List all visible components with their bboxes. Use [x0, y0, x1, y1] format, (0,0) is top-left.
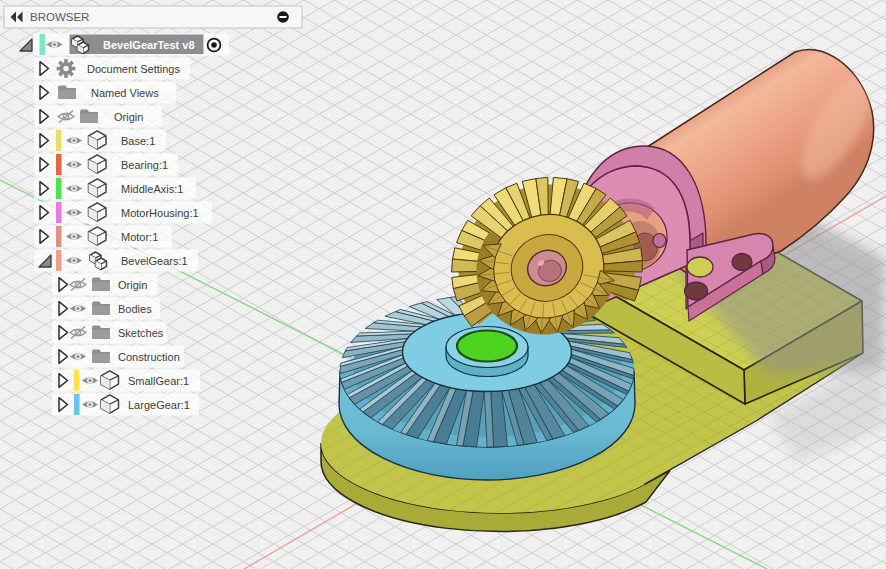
svg-text:Base:1: Base:1	[121, 135, 155, 147]
svg-text:BevelGears:1: BevelGears:1	[121, 255, 188, 267]
svg-text:LargeGear:1: LargeGear:1	[128, 399, 190, 411]
svg-text:Bodies: Bodies	[118, 303, 152, 315]
svg-text:MiddleAxis:1: MiddleAxis:1	[121, 183, 183, 195]
svg-text:MotorHousing:1: MotorHousing:1	[121, 207, 199, 219]
svg-text:Origin: Origin	[118, 279, 147, 291]
svg-text:Origin: Origin	[114, 111, 143, 123]
svg-text:Bearing:1: Bearing:1	[121, 159, 168, 171]
svg-text:Sketches: Sketches	[118, 327, 164, 339]
svg-text:Named Views: Named Views	[91, 87, 159, 99]
svg-text:Construction: Construction	[118, 351, 180, 363]
svg-text:SmallGear:1: SmallGear:1	[128, 375, 189, 387]
svg-text:Motor:1: Motor:1	[121, 231, 158, 243]
svg-text:Document Settings: Document Settings	[87, 63, 180, 75]
svg-text:BevelGearTest v8: BevelGearTest v8	[103, 39, 195, 51]
svg-text:BROWSER: BROWSER	[30, 11, 89, 23]
